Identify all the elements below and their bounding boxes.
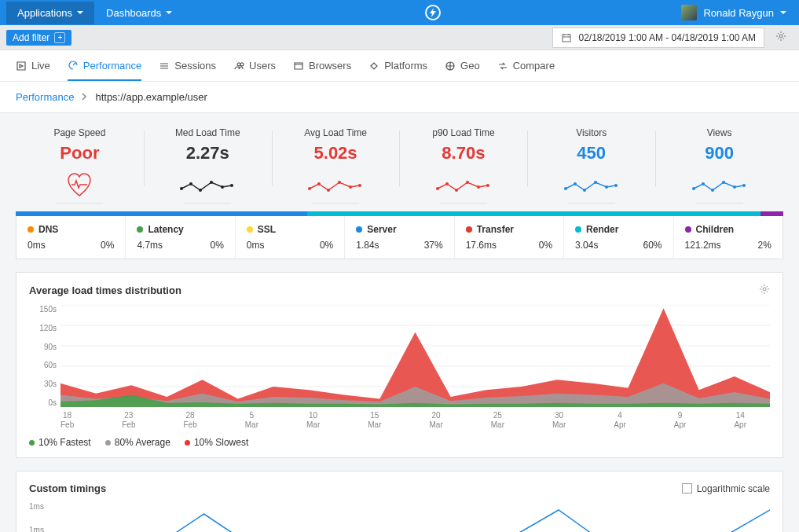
sessions-icon [159,61,170,72]
svg-point-27 [605,185,608,189]
sparkline [399,171,527,198]
custom-timings-panel: Custom timings Logarithmic scale 1ms1ms1… [16,471,783,532]
compare-icon [497,61,508,72]
tab-geo[interactable]: Geo [445,52,480,79]
svg-point-31 [711,189,714,192]
geo-icon [445,61,456,72]
svg-point-33 [733,185,736,189]
status-dot [356,226,362,233]
svg-point-7 [199,189,202,192]
breadcrumb-root[interactable]: Performance [16,91,74,103]
add-filter-label: Add filter [13,32,49,43]
kpi-page-speed: Page SpeedPoor [16,127,144,204]
log-scale-toggle[interactable]: Logarithmic scale [682,483,770,494]
svg-point-18 [445,182,449,185]
tab-platforms[interactable]: Platforms [368,52,427,79]
topbar-center [184,5,681,20]
svg-point-12 [317,182,321,185]
svg-point-10 [230,184,233,187]
user-menu[interactable]: Ronald Raygun [681,5,786,20]
svg-point-15 [349,185,352,189]
custom-timings-title: Custom timings [29,482,106,494]
date-range-text: 02/18/2019 1:00 AM - 04/18/2019 1:00 AM [578,32,756,43]
tab-live[interactable]: Live [16,52,50,79]
log-scale-label: Logarithmic scale [697,483,770,494]
kpi-visitors: Visitors450 [527,127,655,204]
caret-down-icon [77,11,83,14]
legend-dot [105,440,111,446]
legend-dot [29,440,35,446]
svg-point-6 [189,182,192,185]
svg-point-17 [436,187,439,190]
add-filter-button[interactable]: Add filter + [6,30,71,46]
performance-icon [68,60,79,71]
metric-latency: Latency4.7ms0% [126,216,235,259]
dashboards-label: Dashboards [106,7,161,19]
svg-point-9 [221,185,224,189]
metric-children: Children121.2ms2% [674,216,783,259]
tab-sessions[interactable]: Sessions [159,52,216,79]
svg-point-16 [358,184,361,187]
kpi-avg-load-time: Avg Load Time5.02s [272,127,400,204]
metric-render: Render3.04s60% [564,216,673,259]
status-dot [137,226,143,233]
kpi-row: Page SpeedPoorMed Load Time2.27sAvg Load… [0,113,799,211]
status-dot [575,226,581,233]
tab-performance[interactable]: Performance [68,52,141,81]
sparkline [527,171,655,198]
checkbox-icon [682,483,692,493]
status-dot [247,226,253,233]
settings-gear-icon[interactable] [775,31,786,44]
custom-timings-chart: 1ms1ms1ms [29,502,770,532]
svg-point-34 [742,184,746,187]
breadcrumb: Performance https://app.example/user [0,82,799,113]
dashboards-menu[interactable]: Dashboards [95,2,183,24]
caret-down-icon [780,11,786,14]
svg-point-29 [692,187,695,190]
tab-users[interactable]: Users [233,52,276,79]
svg-point-24 [574,182,577,185]
svg-point-22 [486,184,489,187]
panel-settings-icon[interactable] [759,284,770,297]
svg-point-13 [327,189,330,192]
kpi-p90-load-time: p90 Load Time8.70s [399,127,527,204]
svg-point-35 [763,288,766,291]
caret-down-icon [166,11,172,14]
svg-point-30 [702,182,705,185]
user-name: Ronald Raygun [703,7,774,19]
svg-point-28 [614,184,618,187]
tab-browsers[interactable]: Browsers [293,52,351,79]
metric-server: Server1.84s37% [345,216,454,259]
legend-dot [185,440,190,446]
tab-nav: LivePerformanceSessionsUsersBrowsersPlat… [0,50,799,82]
svg-point-32 [722,181,725,184]
distribution-legend: 10% Fastest80% Average10% Slowest [29,431,770,449]
status-dot [466,226,472,233]
status-dot [27,226,34,233]
calendar-icon [561,32,572,43]
platforms-icon [368,61,379,72]
svg-point-21 [477,185,480,189]
kpi-views: Views900 [655,127,783,204]
timing-metrics: DNS0ms0%Latency4.7ms0%SSL0ms0%Server1.84… [16,216,783,259]
top-bar: Applications Dashboards Ronald Raygun [0,0,799,25]
distribution-panel: Average load times distribution 150s120s… [16,272,783,458]
browsers-icon [293,61,304,72]
svg-point-14 [338,181,341,184]
distribution-title: Average load times distribution [29,284,181,296]
tab-compare[interactable]: Compare [497,52,555,79]
svg-point-23 [564,187,567,190]
bolt-logo-icon [425,5,441,20]
metric-ssl: SSL0ms0% [236,216,345,259]
kpi-med-load-time: Med Load Time2.27s [144,127,272,204]
date-range-picker[interactable]: 02/18/2019 1:00 AM - 04/18/2019 1:00 AM [552,28,764,48]
sparkline [272,171,400,198]
filter-bar: Add filter + 02/18/2019 1:00 AM - 04/18/… [0,25,799,50]
applications-label: Applications [17,7,72,19]
distribution-chart: 150s120s90s60s30s0s 18Feb23Feb28Feb5Mar1… [29,305,770,431]
svg-point-26 [594,181,597,184]
breadcrumb-current: https://app.example/user [95,91,207,103]
applications-menu[interactable]: Applications [6,2,94,24]
svg-point-5 [180,187,183,190]
svg-point-4 [779,35,783,38]
